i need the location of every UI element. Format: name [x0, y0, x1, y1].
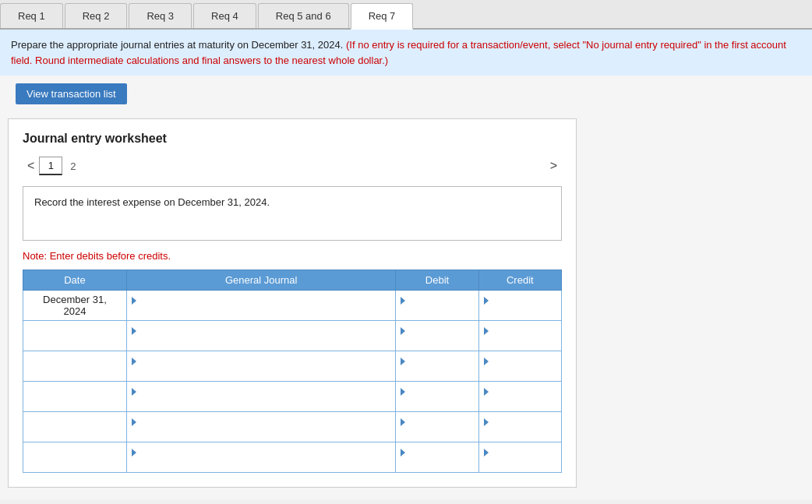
page-navigation: < 1 2 >: [23, 157, 562, 175]
col-header-debit: Debit: [396, 270, 478, 291]
row-4-debit-input[interactable]: [401, 427, 473, 439]
col-header-general-journal: General Journal: [126, 270, 396, 291]
row-3-credit[interactable]: [478, 382, 561, 412]
row-2-debit-input[interactable]: [401, 366, 473, 378]
row-3-debit[interactable]: [396, 382, 478, 412]
row-0-credit-input[interactable]: [484, 305, 556, 317]
page-2-button[interactable]: 2: [62, 158, 83, 174]
view-transaction-button[interactable]: View transaction list: [16, 83, 127, 104]
row-2-debit[interactable]: [396, 351, 478, 382]
worksheet-card: Journal entry worksheet < 1 2 > Record t…: [8, 118, 577, 488]
row-2-journal[interactable]: [126, 351, 396, 382]
row-4-date: [23, 412, 127, 442]
row-4-journal-input[interactable]: [132, 427, 391, 439]
table-row: [23, 321, 562, 351]
row-5-journal[interactable]: [126, 442, 396, 473]
row-1-debit[interactable]: [396, 321, 478, 351]
page-prev-button[interactable]: <: [23, 157, 39, 174]
page-next-button[interactable]: >: [545, 157, 562, 174]
row-5-credit[interactable]: [478, 442, 561, 473]
row-0-debit-input[interactable]: [401, 305, 473, 317]
tab-req2[interactable]: Req 2: [65, 3, 128, 28]
row-2-journal-input[interactable]: [132, 366, 391, 378]
col-header-date: Date: [23, 270, 127, 291]
row-3-debit-input[interactable]: [401, 397, 473, 408]
row-0-journal[interactable]: [126, 291, 396, 321]
journal-table: Date General Journal Debit Credit Decemb…: [23, 270, 562, 473]
tab-req5and6[interactable]: Req 5 and 6: [258, 3, 349, 28]
row-1-credit[interactable]: [478, 321, 561, 351]
row-3-journal-input[interactable]: [132, 397, 391, 408]
table-row: [23, 351, 562, 382]
row-4-debit[interactable]: [396, 412, 478, 442]
tab-bar: Req 1 Req 2 Req 3 Req 4 Req 5 and 6 Req …: [0, 0, 812, 30]
row-2-date: [23, 351, 127, 382]
row-5-date: [23, 442, 127, 473]
row-4-credit-input[interactable]: [484, 427, 556, 439]
table-row: December 31,2024: [23, 291, 562, 321]
row-0-date: December 31,2024: [23, 291, 127, 321]
worksheet-title: Journal entry worksheet: [23, 132, 562, 146]
row-1-credit-input[interactable]: [484, 336, 556, 347]
tab-req4[interactable]: Req 4: [193, 3, 256, 28]
row-4-journal[interactable]: [126, 412, 396, 442]
row-1-date: [23, 321, 127, 351]
table-row: [23, 412, 562, 442]
note-text: Note: Enter debits before credits.: [23, 250, 562, 262]
main-content: View transaction list Journal entry work…: [0, 76, 812, 500]
row-1-debit-input[interactable]: [401, 336, 473, 347]
row-5-debit[interactable]: [396, 442, 478, 473]
row-1-journal[interactable]: [126, 321, 396, 351]
instruction-main: Prepare the appropriate journal entries …: [11, 39, 343, 51]
row-2-credit-input[interactable]: [484, 366, 556, 378]
instruction-box: Prepare the appropriate journal entries …: [0, 30, 812, 76]
row-3-journal[interactable]: [126, 382, 396, 412]
tab-req1[interactable]: Req 1: [0, 3, 63, 28]
description-box: Record the interest expense on December …: [23, 186, 562, 241]
tab-req3[interactable]: Req 3: [129, 3, 192, 28]
row-1-journal-input[interactable]: [132, 336, 391, 347]
table-row: [23, 382, 562, 412]
page-1-button[interactable]: 1: [39, 157, 62, 175]
row-5-credit-input[interactable]: [484, 457, 556, 469]
row-5-debit-input[interactable]: [401, 457, 473, 469]
table-row: [23, 442, 562, 473]
col-header-credit: Credit: [478, 270, 561, 291]
row-4-credit[interactable]: [478, 412, 561, 442]
row-0-journal-input[interactable]: [132, 305, 391, 317]
tab-req7[interactable]: Req 7: [351, 3, 414, 30]
row-0-credit[interactable]: [478, 291, 561, 321]
row-3-date: [23, 382, 127, 412]
row-0-debit[interactable]: [396, 291, 478, 321]
row-5-journal-input[interactable]: [132, 457, 391, 469]
row-2-credit[interactable]: [478, 351, 561, 382]
row-3-credit-input[interactable]: [484, 397, 556, 408]
